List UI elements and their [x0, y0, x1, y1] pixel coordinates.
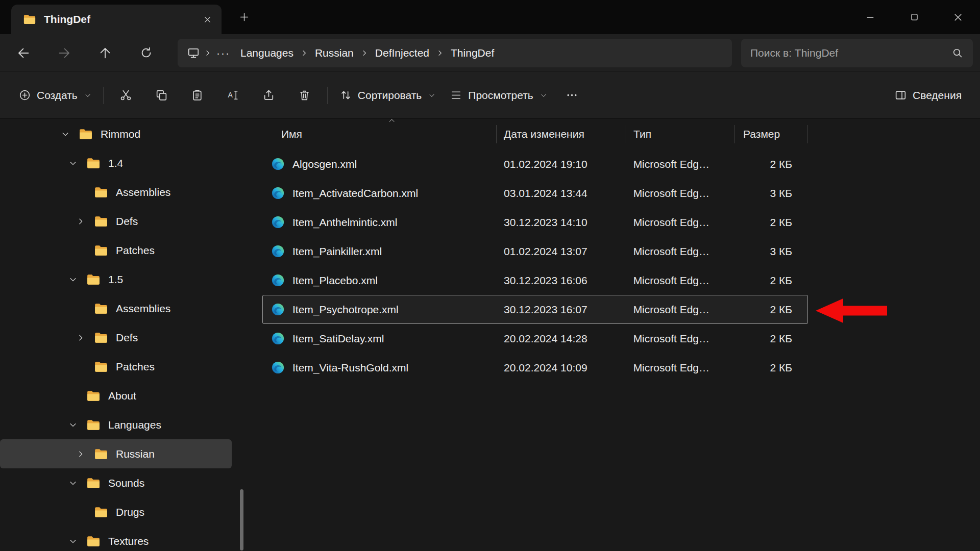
maximize-button[interactable]: [892, 0, 936, 34]
column-header-type[interactable]: Тип: [625, 125, 735, 143]
file-row[interactable]: Item_SatiDelay.xml 20.02.2024 14:28 Micr…: [262, 324, 808, 353]
column-header-name[interactable]: Имя: [262, 125, 497, 143]
back-button[interactable]: [7, 40, 40, 66]
file-type: Microsoft Edg…: [625, 274, 735, 287]
file-name: Item_SatiDelay.xml: [292, 333, 384, 345]
details-button[interactable]: Сведения: [887, 81, 969, 110]
breadcrumb-chevron-icon: [436, 49, 444, 57]
breadcrumb-ellipsis[interactable]: ···: [212, 43, 234, 63]
sidebar-tree-item[interactable]: Drugs: [0, 497, 232, 527]
breadcrumb-russian[interactable]: Russian: [309, 43, 360, 63]
view-button[interactable]: Просмотреть: [443, 81, 554, 110]
tree-expand-chevron-icon[interactable]: [57, 130, 74, 139]
sidebar-item-label: Textures: [108, 535, 149, 547]
more-button[interactable]: [554, 81, 590, 110]
sidebar-tree-item[interactable]: Assemblies: [0, 294, 232, 323]
sidebar-tree-item[interactable]: Patches: [0, 352, 232, 381]
cut-button[interactable]: [108, 81, 144, 110]
create-button[interactable]: Создать: [11, 81, 99, 110]
file-row[interactable]: Item_Anthelmintic.xml 30.12.2023 14:10 M…: [262, 208, 808, 237]
close-window-button[interactable]: [936, 0, 980, 34]
minimize-button[interactable]: [848, 0, 892, 34]
file-name: Item_Psychotrope.xml: [292, 304, 399, 316]
paste-button[interactable]: [180, 81, 215, 110]
sidebar-tree-item[interactable]: Russian: [0, 439, 232, 468]
sidebar-tree-item[interactable]: 1.5: [0, 265, 232, 294]
arrow-right-icon: [57, 46, 71, 60]
file-date-modified: 20.02.2024 10:09: [497, 362, 625, 374]
tab-title: ThingDef: [44, 13, 90, 26]
sidebar-item-label: 1.4: [108, 157, 123, 169]
command-toolbar: Создать A: [0, 71, 980, 119]
folder-icon: [86, 417, 101, 433]
tree-expand-chevron-icon[interactable]: [64, 420, 82, 430]
new-tab-button[interactable]: [234, 7, 254, 27]
tree-expand-chevron-icon[interactable]: [72, 217, 89, 226]
tree-expand-chevron-icon[interactable]: [72, 246, 89, 255]
breadcrumb-languages[interactable]: Languages: [234, 43, 300, 63]
up-button[interactable]: [89, 40, 121, 66]
sidebar-tree-item[interactable]: Languages: [0, 410, 232, 439]
sidebar-tree-item[interactable]: Patches: [0, 236, 232, 265]
trash-icon: [298, 89, 311, 102]
tree-expand-chevron-icon[interactable]: [64, 391, 82, 400]
sidebar-tree-item[interactable]: 1.4: [0, 148, 232, 178]
sort-button[interactable]: Сортировать: [332, 81, 443, 110]
file-row[interactable]: Algosgen.xml 01.02.2024 19:10 Microsoft …: [262, 149, 808, 179]
file-name: Item_Painkiller.xml: [292, 245, 382, 258]
search-input[interactable]: [750, 47, 951, 59]
edge-file-icon: [271, 273, 285, 287]
sidebar-scrollbar[interactable]: [240, 489, 243, 550]
file-date-modified: 01.02.2024 13:07: [497, 245, 625, 258]
search-box[interactable]: [741, 39, 973, 67]
tree-expand-chevron-icon[interactable]: [72, 449, 89, 459]
sidebar-tree-item[interactable]: About: [0, 381, 232, 410]
copy-button[interactable]: [144, 81, 180, 110]
copy-icon: [155, 89, 168, 102]
tab-close-button[interactable]: [198, 10, 216, 29]
file-date-modified: 03.01.2024 13:44: [497, 187, 625, 199]
share-button[interactable]: [251, 81, 287, 110]
tree-expand-chevron-icon[interactable]: [72, 188, 89, 197]
column-header-size[interactable]: Размер: [735, 125, 808, 143]
file-row[interactable]: Item_Vita-RushGold.xml 20.02.2024 10:09 …: [262, 353, 808, 382]
toolbar-divider: [327, 87, 328, 104]
folder-icon: [93, 330, 109, 345]
file-date-modified: 01.02.2024 19:10: [497, 158, 625, 170]
sort-label: Сортировать: [358, 89, 422, 102]
tree-expand-chevron-icon[interactable]: [64, 275, 82, 284]
breadcrumb-thingdef[interactable]: ThingDef: [445, 43, 500, 63]
sidebar-item-label: Defs: [116, 215, 138, 228]
tree-expand-chevron-icon[interactable]: [64, 159, 82, 168]
tab-thingdef[interactable]: ThingDef: [11, 5, 222, 34]
address-bar[interactable]: ··· Languages Russian DefInjected ThingD…: [178, 39, 732, 67]
refresh-button[interactable]: [130, 40, 162, 66]
file-size: 3 КБ: [734, 187, 807, 199]
file-row[interactable]: Item_Psychotrope.xml 30.12.2023 16:07 Mi…: [262, 295, 808, 324]
rename-button[interactable]: A: [215, 81, 251, 110]
forward-button[interactable]: [48, 40, 81, 66]
sidebar-tree-item[interactable]: Assemblies: [0, 178, 232, 207]
folder-icon: [93, 214, 109, 229]
file-row[interactable]: Item_Painkiller.xml 01.02.2024 13:07 Mic…: [262, 237, 808, 266]
file-date-modified: 30.12.2023 14:10: [497, 216, 625, 229]
chevron-down-icon: [428, 92, 435, 99]
sidebar-tree-item[interactable]: Defs: [0, 323, 232, 352]
tree-expand-chevron-icon[interactable]: [72, 362, 89, 371]
sidebar-item-label: Drugs: [116, 506, 144, 518]
tree-expand-chevron-icon[interactable]: [72, 508, 89, 517]
sidebar-tree-item[interactable]: Defs: [0, 207, 232, 236]
delete-button[interactable]: [287, 81, 323, 110]
sidebar-tree-item[interactable]: Textures: [0, 527, 232, 550]
sidebar-tree-item[interactable]: Rimmod: [0, 119, 232, 148]
file-row[interactable]: Item_Placebo.xml 30.12.2023 16:06 Micros…: [262, 266, 808, 295]
tree-expand-chevron-icon[interactable]: [64, 537, 82, 546]
tree-expand-chevron-icon[interactable]: [64, 479, 82, 488]
breadcrumb-definjected[interactable]: DefInjected: [369, 43, 435, 63]
sidebar-tree-item[interactable]: Sounds: [0, 468, 232, 497]
tree-expand-chevron-icon[interactable]: [72, 333, 89, 342]
file-row[interactable]: Item_ActivatedCarbon.xml 03.01.2024 13:4…: [262, 179, 808, 208]
column-header-date[interactable]: Дата изменения: [497, 125, 625, 143]
tree-expand-chevron-icon[interactable]: [72, 304, 89, 313]
tab-bar: ThingDef: [0, 0, 980, 34]
